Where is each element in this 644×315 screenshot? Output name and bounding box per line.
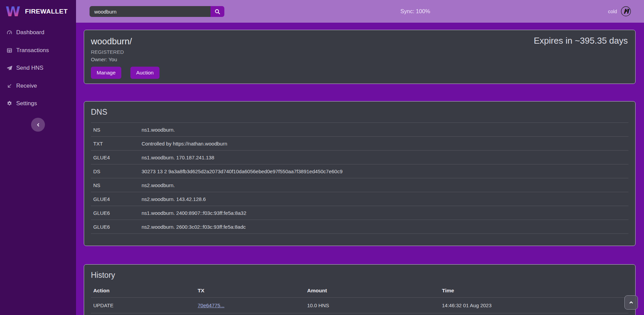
search-input[interactable] bbox=[90, 6, 210, 17]
tx-link[interactable]: 70e64775... bbox=[198, 302, 224, 308]
dns-record-type: GLUE4 bbox=[93, 196, 142, 202]
sidebar-nav: Dashboard Transactions Send HNS bbox=[0, 24, 76, 113]
sidebar-item-dashboard[interactable]: Dashboard bbox=[0, 24, 76, 42]
domain-expiry: Expires in ~395.35 days bbox=[534, 36, 628, 46]
gauge-icon bbox=[6, 29, 13, 36]
sidebar-item-label: Receive bbox=[16, 83, 37, 89]
dns-record-value: 30273 13 2 9a3a8fb3d625d2a2073d740f10da6… bbox=[142, 168, 628, 174]
chevron-up-icon bbox=[628, 300, 634, 305]
dns-record-value: Controlled by https://nathan.woodburn bbox=[142, 141, 628, 147]
dns-record-row: NS ns2.woodburn. bbox=[91, 178, 628, 192]
svg-text:W: W bbox=[6, 4, 20, 19]
dns-record-value: ns1.woodburn. 170.187.241.138 bbox=[142, 155, 628, 160]
sidebar-item-settings[interactable]: Settings bbox=[0, 95, 76, 113]
dns-record-row: GLUE4 ns1.woodburn. 170.187.241.138 bbox=[91, 150, 628, 164]
brand: W FIREWALLET bbox=[0, 0, 76, 19]
domain-status: REGISTERED bbox=[91, 49, 628, 55]
dns-record-type: TXT bbox=[93, 141, 142, 147]
dns-record-type: NS bbox=[93, 127, 142, 133]
dns-record-type: GLUE6 bbox=[93, 224, 142, 230]
dns-record-value: ns2.woodburn. 143.42.128.6 bbox=[142, 196, 628, 202]
table-icon bbox=[6, 47, 13, 53]
search-icon bbox=[215, 9, 220, 15]
chevron-left-icon bbox=[35, 122, 41, 128]
dns-record-row: TXT Controlled by https://nathan.woodbur… bbox=[91, 136, 628, 150]
handshake-icon[interactable]: H bbox=[621, 6, 631, 17]
dns-record-row: GLUE4 ns2.woodburn. 143.42.128.6 bbox=[91, 192, 628, 206]
history-row: UPDATE 70e64775... 10.0 HNS 14:46:32 01 … bbox=[91, 297, 628, 313]
history-action: RENEW bbox=[93, 313, 198, 315]
wallet-mode-label: cold bbox=[608, 9, 617, 14]
svg-text:H: H bbox=[623, 7, 629, 15]
sidebar-item-label: Dashboard bbox=[16, 29, 44, 36]
history-col-amount: Amount bbox=[307, 288, 442, 294]
sidebar-item-receive[interactable]: Receive bbox=[0, 77, 76, 95]
history-action: UPDATE bbox=[93, 302, 198, 308]
domain-actions: Manage Auction bbox=[91, 67, 628, 79]
searchbar bbox=[90, 6, 224, 17]
domain-card: woodburn/ Expires in ~395.35 days REGIST… bbox=[84, 30, 636, 84]
history-time: 15:45:36 07 Jul 2023 bbox=[442, 313, 628, 315]
dns-card: DNS NS ns1.woodburn. TXT Controlled by h… bbox=[84, 101, 636, 246]
sidebar-item-send-hns[interactable]: Send HNS bbox=[0, 59, 76, 77]
dns-record-row: GLUE6 ns2.woodburn. 2600:3c02::f03c:93ff… bbox=[91, 220, 628, 233]
dns-section-title: DNS bbox=[91, 108, 628, 117]
dns-record-row: NS ns1.woodburn. bbox=[91, 122, 628, 136]
history-col-action: Action bbox=[93, 288, 198, 294]
sidebar-item-transactions[interactable]: Transactions bbox=[0, 42, 76, 60]
topbar: Sync: 100% cold H bbox=[76, 0, 644, 23]
history-card: History Action TX Amount Time UPDATE 70e… bbox=[84, 264, 636, 315]
dns-record-row: DS 30273 13 2 9a3a8fb3d625d2a2073d740f10… bbox=[91, 164, 628, 178]
gear-icon bbox=[6, 100, 13, 107]
dns-table: NS ns1.woodburn. TXT Controlled by https… bbox=[91, 122, 628, 234]
dns-record-value: ns1.woodburn. 2400:8907::f03c:93ff:fe5a:… bbox=[142, 210, 628, 216]
manage-button[interactable]: Manage bbox=[91, 67, 121, 79]
history-amount: 10.0 HNS bbox=[307, 313, 442, 315]
dns-record-type: GLUE6 bbox=[93, 210, 142, 216]
sidebar: W FIREWALLET Dashboard Transactions bbox=[0, 0, 76, 315]
paper-plane-icon bbox=[6, 65, 13, 71]
search-button[interactable] bbox=[210, 6, 224, 17]
history-header-row: Action TX Amount Time bbox=[91, 284, 628, 297]
auction-button[interactable]: Auction bbox=[130, 67, 159, 79]
history-col-tx: TX bbox=[198, 288, 307, 294]
sidebar-item-label: Send HNS bbox=[16, 65, 43, 71]
sidebar-item-label: Settings bbox=[16, 100, 37, 107]
app-title: FIREWALLET bbox=[25, 8, 68, 15]
dns-record-type: GLUE4 bbox=[93, 155, 142, 160]
sidebar-collapse-button[interactable] bbox=[31, 118, 45, 132]
domain-owner: Owner: You bbox=[91, 57, 628, 62]
dns-record-value: ns2.woodburn. bbox=[142, 182, 628, 188]
wallet-badge: cold H bbox=[608, 0, 631, 23]
history-section-title: History bbox=[91, 271, 628, 280]
history-row: RENEW 47b0d9c... 10.0 HNS 15:45:36 07 Ju… bbox=[91, 313, 628, 315]
dns-record-row: GLUE6 ns1.woodburn. 2400:8907::f03c:93ff… bbox=[91, 206, 628, 220]
firewallet-logo-icon: W bbox=[5, 4, 21, 19]
dns-record-type: DS bbox=[93, 168, 142, 174]
history-col-time: Time bbox=[442, 288, 628, 294]
history-time: 14:46:32 01 Aug 2023 bbox=[442, 302, 628, 308]
scroll-to-top-button[interactable] bbox=[624, 295, 638, 310]
dns-record-value: ns2.woodburn. 2600:3c02::f03c:93ff:fe5a:… bbox=[142, 224, 628, 230]
dns-record-type: NS bbox=[93, 182, 142, 188]
sidebar-item-label: Transactions bbox=[16, 47, 49, 54]
sync-status: Sync: 100% bbox=[400, 0, 430, 23]
history-amount: 10.0 HNS bbox=[307, 302, 442, 308]
arrow-down-left-icon bbox=[6, 83, 13, 89]
dns-record-value: ns1.woodburn. bbox=[142, 127, 628, 133]
